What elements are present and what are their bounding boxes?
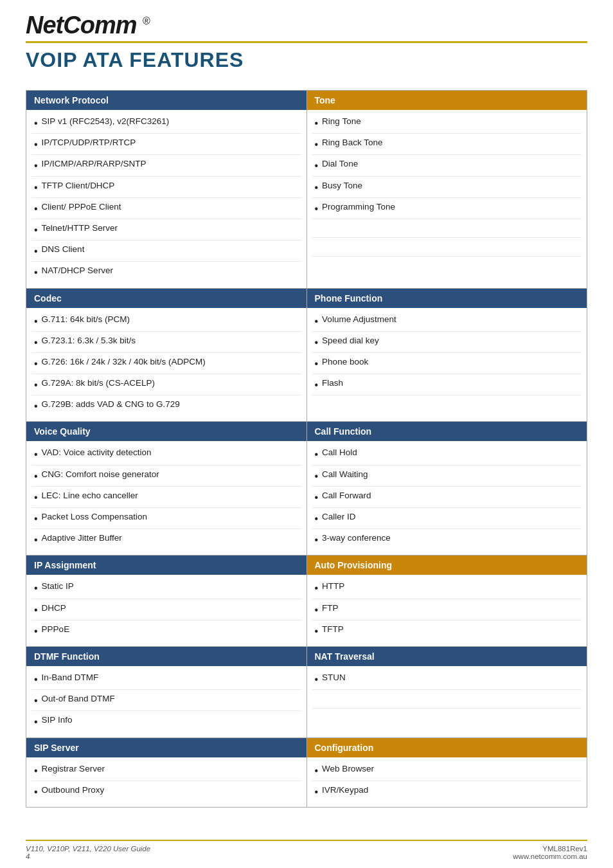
codec-col: Codec •G.711: 64k bit/s (PCM) •G.723.1: …	[26, 288, 307, 422]
bullet-icon: •	[315, 532, 319, 547]
list-item-empty	[312, 257, 582, 275]
item-label: TFTP	[322, 623, 579, 636]
item-label: Volume Adjustment	[322, 313, 579, 326]
list-item: •Ring Tone	[312, 113, 582, 134]
bullet-icon: •	[34, 624, 38, 638]
dtmf-header: DTMF Function	[26, 647, 306, 666]
list-item: •Ring Back Tone	[312, 134, 582, 155]
item-label: Packet Loss Compensation	[42, 511, 299, 523]
item-label: CNG: Comfort noise generator	[42, 468, 299, 481]
bullet-icon: •	[315, 116, 319, 131]
item-label: FTP	[322, 602, 579, 615]
bullet-icon: •	[34, 784, 38, 799]
bullet-icon: •	[34, 714, 38, 729]
item-label: DHCP	[42, 602, 299, 615]
list-item: •Web Browser	[312, 760, 582, 781]
list-item: •Telnet/HTTP Server	[31, 219, 301, 240]
item-label: G.711: 64k bit/s (PCM)	[42, 313, 299, 326]
bullet-icon: •	[315, 763, 319, 778]
item-label: Programming Tone	[322, 201, 579, 213]
codec-items: •G.711: 64k bit/s (PCM) •G.723.1: 6.3k /…	[26, 308, 306, 422]
bullet-icon: •	[34, 602, 38, 617]
bullet-icon: •	[315, 377, 319, 392]
item-label: LEC: Line echo canceller	[42, 489, 299, 502]
item-label: G.726: 16k / 24k / 32k / 40k bit/s (ADPC…	[42, 356, 299, 368]
bullet-icon: •	[315, 469, 319, 484]
bullet-icon: •	[315, 784, 319, 799]
bullet-icon: •	[34, 116, 38, 131]
list-item: •CNG: Comfort noise generator	[31, 466, 301, 487]
bullet-icon: •	[315, 335, 319, 350]
bullet-icon: •	[34, 222, 38, 237]
list-item: •G.723.1: 6.3k / 5.3k bit/s	[31, 332, 301, 353]
item-label: Client/ PPPoE Client	[42, 201, 299, 213]
item-label: Web Browser	[322, 763, 579, 775]
bullet-icon: •	[34, 693, 38, 708]
list-item-empty	[312, 709, 582, 727]
logo: NetComm ®	[26, 12, 150, 39]
dtmf-col: DTMF Function •In-Band DTMF •Out-of Band…	[26, 646, 307, 737]
list-item: •IP/TCP/UDP/RTP/RTCP	[31, 134, 301, 155]
list-item: •Caller ID	[312, 508, 582, 529]
list-item: •DHCP	[31, 599, 301, 620]
list-item: •VAD: Voice activity detection	[31, 444, 301, 465]
tone-header: Tone	[307, 91, 587, 110]
item-label: G.723.1: 6.3k / 5.3k bit/s	[42, 334, 299, 347]
bullet-icon: •	[315, 201, 319, 216]
item-label: Registrar Server	[42, 763, 299, 775]
bullet-icon: •	[34, 158, 38, 173]
codec-header: Codec	[26, 289, 306, 308]
item-label: Outbound Proxy	[42, 784, 299, 797]
bullet-icon: •	[34, 356, 38, 371]
tone-items: •Ring Tone •Ring Back Tone •Dial Tone •B…	[307, 110, 587, 280]
list-item: •Flash	[312, 374, 582, 395]
list-item: •NAT/DHCP Server	[31, 262, 301, 282]
bullet-icon: •	[315, 356, 319, 371]
bullet-icon: •	[315, 447, 319, 462]
header-divider	[26, 41, 587, 43]
list-item: •Adaptive Jitter Buffer	[31, 529, 301, 550]
list-item: •SIP Info	[31, 711, 301, 732]
tone-col: Tone •Ring Tone •Ring Back Tone •Dial To…	[306, 91, 587, 289]
bullet-icon: •	[315, 511, 319, 526]
list-item-empty	[312, 690, 582, 709]
bullet-icon: •	[34, 377, 38, 392]
logo-area: NetComm ®	[26, 13, 587, 37]
list-item: •PPPoE	[31, 620, 301, 641]
item-label: Static IP	[42, 580, 299, 593]
bullet-icon: •	[315, 137, 319, 152]
list-item-empty	[312, 238, 582, 257]
voice-quality-items: •VAD: Voice activity detection •CNG: Com…	[26, 441, 306, 555]
item-label: STUN	[322, 671, 579, 684]
list-item: •LEC: Line echo canceller	[31, 487, 301, 508]
bullet-icon: •	[34, 244, 38, 258]
bullet-icon: •	[34, 763, 38, 778]
item-label: Adaptive Jitter Buffer	[42, 532, 299, 545]
footer-right: YML881Rev1 www.netcomm.com.au	[513, 845, 587, 860]
auto-provisioning-items: •HTTP •FTP •TFTP	[307, 575, 587, 646]
list-item-empty	[312, 219, 582, 238]
list-item: •IVR/Keypad	[312, 781, 582, 802]
bullet-icon: •	[34, 672, 38, 687]
bullet-icon: •	[34, 335, 38, 350]
item-label: VAD: Voice activity detection	[42, 446, 299, 459]
configuration-col: Configuration •Web Browser •IVR/Keypad	[306, 737, 587, 807]
list-item: •Call Waiting	[312, 466, 582, 487]
footer: V110, V210P, V211, V220 User Guide 4 YML…	[26, 840, 587, 860]
list-item: •DNS Client	[31, 240, 301, 262]
list-item: •Dial Tone	[312, 155, 582, 176]
phone-function-header: Phone Function	[307, 289, 587, 308]
item-label: IP/ICMP/ARP/RARP/SNTP	[42, 158, 299, 170]
bullet-icon: •	[34, 581, 38, 595]
item-label: Speed dial key	[322, 334, 579, 347]
list-item: •Static IP	[31, 577, 301, 599]
list-item: •G.726: 16k / 24k / 32k / 40k bit/s (ADP…	[31, 353, 301, 374]
list-item: •G.729A: 8k bit/s (CS-ACELP)	[31, 374, 301, 395]
configuration-items: •Web Browser •IVR/Keypad	[307, 757, 587, 807]
sip-server-col: SIP Server •Registrar Server •Outbound P…	[26, 737, 307, 807]
ip-assignment-col: IP Assignment •Static IP •DHCP •PPPoE	[26, 556, 307, 647]
page: NetComm ® VOIP ATA FEATURES Network Prot…	[0, 0, 613, 868]
auto-provisioning-header: Auto Provisioning	[307, 556, 587, 575]
bullet-icon: •	[34, 511, 38, 526]
bullet-icon: •	[34, 469, 38, 484]
